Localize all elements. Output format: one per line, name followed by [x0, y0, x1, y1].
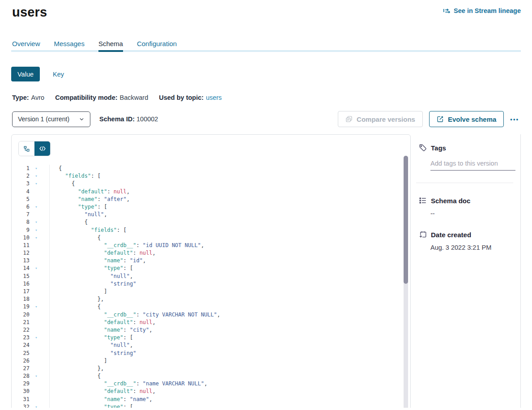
gutter: 29 — [12, 380, 50, 388]
meta-label: Used by topic: — [159, 94, 204, 101]
key-tab-button[interactable]: Key — [50, 70, 67, 78]
code-line: 20 "__crdb__": "city VARCHAR NOT NULL", — [12, 311, 410, 319]
token-k: "name" — [104, 396, 123, 402]
code-text: "name": "city", — [50, 326, 153, 334]
gutter: 4 — [12, 188, 50, 196]
token-p: : — [107, 188, 113, 195]
fold-toggle-icon[interactable]: ▾ — [30, 265, 43, 272]
topic-link[interactable]: users — [206, 94, 221, 101]
schema-editor-panel: 1▾{2▾ "fields": [3▾ {4 "default": null,5… — [11, 134, 411, 408]
editor-scrollbar-thumb[interactable] — [404, 156, 408, 284]
token-s: "null" — [85, 211, 104, 218]
token-s: "city VARCHAR NOT NULL" — [143, 312, 217, 318]
token-k: "default" — [104, 388, 133, 394]
line-number: 23 — [12, 334, 30, 342]
meta-item: Used by topic:users — [159, 94, 221, 101]
tree-view-button[interactable] — [19, 141, 34, 156]
code-text: "fields": [ — [50, 226, 127, 234]
fold-toggle-icon[interactable]: ▾ — [30, 372, 43, 380]
fold-spacer — [30, 295, 43, 303]
gutter: 13 — [12, 257, 50, 265]
code-line: 10▾ { — [12, 234, 410, 242]
code-line: 22 "name": "city", — [12, 326, 410, 334]
line-number: 27 — [12, 365, 30, 372]
tab-schema[interactable]: Schema — [98, 40, 123, 50]
token-s: "id UUID NOT NULL" — [143, 242, 201, 248]
gutter: 17 — [12, 288, 50, 295]
code-line: 21 "default": null, — [12, 319, 410, 326]
meta-label: Compatibility mode: — [55, 94, 117, 101]
code-text: }, — [50, 295, 104, 303]
code-text: "null", — [50, 342, 133, 349]
gutter: 24 — [12, 342, 50, 349]
fold-toggle-icon[interactable]: ▾ — [30, 180, 43, 188]
token-p: { — [85, 219, 88, 225]
code-line: 31 "name": "name", — [12, 396, 410, 403]
gutter: 3▾ — [12, 180, 50, 188]
gutter: 26 — [12, 357, 50, 365]
line-number: 14 — [12, 265, 30, 272]
gutter: 30 — [12, 388, 50, 395]
token-p: { — [59, 165, 62, 171]
fold-spacer — [30, 280, 43, 288]
token-p: : [ — [117, 227, 127, 233]
token-p: : — [123, 257, 130, 264]
code-line: 19▾ { — [12, 303, 410, 311]
fold-spacer — [30, 357, 43, 365]
fold-spacer — [30, 273, 43, 280]
fold-spacer — [30, 242, 43, 249]
code-text: "type": [ — [50, 265, 133, 272]
chevron-down-icon — [79, 116, 85, 122]
gutter: 28▾ — [12, 372, 50, 380]
tag-icon — [419, 144, 427, 152]
token-p: { — [98, 235, 101, 241]
more-actions-button[interactable]: ••• — [508, 116, 521, 123]
fold-toggle-icon[interactable]: ▾ — [30, 165, 43, 172]
code-view-button[interactable] — [34, 141, 50, 156]
token-k: "name" — [78, 196, 97, 202]
fold-toggle-icon[interactable]: ▾ — [30, 303, 43, 311]
fold-spacer — [30, 396, 43, 403]
gutter: 27 — [12, 365, 50, 372]
code-editor[interactable]: 1▾{2▾ "fields": [3▾ {4 "default": null,5… — [12, 165, 410, 408]
fold-toggle-icon[interactable]: ▾ — [30, 226, 43, 234]
tab-configuration[interactable]: Configuration — [137, 40, 177, 50]
token-s: "city" — [130, 327, 149, 333]
compare-versions-button[interactable]: Compare versions — [338, 111, 423, 127]
code-view-icon — [39, 145, 46, 152]
fold-toggle-icon[interactable]: ▾ — [30, 172, 43, 180]
line-number: 10 — [12, 234, 30, 242]
list-icon — [419, 196, 427, 205]
fold-toggle-icon[interactable]: ▾ — [30, 218, 43, 226]
code-text: ] — [50, 357, 107, 365]
code-line: 32▾ "type": [ — [12, 403, 410, 408]
fold-toggle-icon[interactable]: ▾ — [30, 203, 43, 211]
gutter: 10▾ — [12, 234, 50, 242]
token-s: "null" — [111, 342, 130, 348]
fold-spacer — [30, 388, 43, 395]
line-number: 24 — [12, 342, 30, 349]
value-tab-button[interactable]: Value — [11, 67, 40, 81]
token-k: "name" — [104, 257, 123, 264]
fold-spacer — [30, 350, 43, 357]
fold-toggle-icon[interactable]: ▾ — [30, 234, 43, 242]
stream-lineage-link[interactable]: See in Stream lineage — [443, 7, 521, 14]
code-line: 17 ] — [12, 288, 410, 295]
evolve-schema-button[interactable]: Evolve schema — [429, 111, 504, 127]
fold-spacer — [30, 311, 43, 319]
fold-toggle-icon[interactable]: ▾ — [30, 334, 43, 342]
tab-overview[interactable]: Overview — [12, 40, 40, 50]
line-number: 7 — [12, 211, 30, 218]
code-line: 6▾ "type": [ — [12, 203, 410, 211]
gutter: 6▾ — [12, 203, 50, 211]
line-number: 19 — [12, 303, 30, 311]
meta-label: Type: — [12, 94, 29, 101]
add-tags-input[interactable] — [430, 158, 515, 171]
tab-messages[interactable]: Messages — [54, 40, 85, 50]
fold-toggle-icon[interactable]: ▾ — [30, 403, 43, 408]
code-line: 15 "null", — [12, 273, 410, 280]
code-line: 9▾ "fields": [ — [12, 226, 410, 234]
token-u: null — [140, 388, 153, 394]
version-select[interactable]: Version 1 (current) — [12, 111, 90, 127]
line-number: 13 — [12, 257, 30, 265]
